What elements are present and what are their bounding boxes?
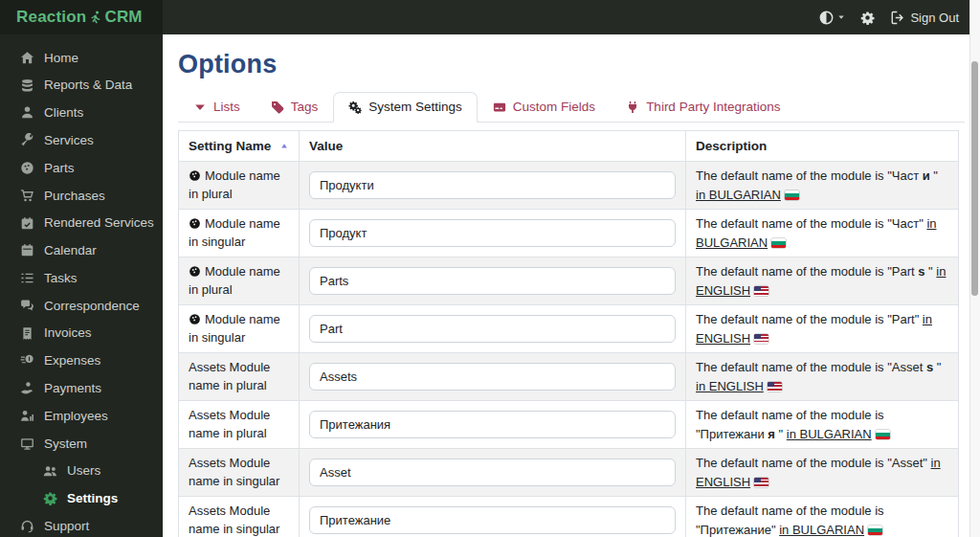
sidebar-item-expenses[interactable]: Expenses — [0, 347, 163, 375]
tab-lists[interactable]: Lists — [178, 92, 256, 123]
sign-out-button[interactable]: Sign Out — [890, 11, 959, 25]
tab-tags[interactable]: Tags — [256, 92, 334, 123]
gear-icon — [42, 491, 57, 505]
us-flag-icon — [768, 382, 782, 392]
bg-flag-icon — [876, 430, 890, 439]
monitor-icon — [19, 436, 34, 451]
parts-module-icon — [189, 216, 205, 231]
chevron-down-icon — [837, 13, 845, 21]
setting-name: Assets Module name in plural — [189, 360, 270, 392]
sidebar-item-label: Parts — [44, 162, 75, 175]
brand-block[interactable]: Reaction CRM — [0, 0, 163, 34]
table-row: Assets Module name in plural The default… — [179, 353, 959, 401]
sidebar-item-users[interactable]: Users — [0, 458, 163, 485]
column-header-description[interactable]: Description — [686, 131, 959, 162]
language-link[interactable]: in BULGARIAN — [787, 427, 890, 441]
sidebar-item-home[interactable]: Home — [0, 44, 163, 72]
gears-icon — [348, 101, 362, 114]
us-flag-icon — [754, 478, 768, 487]
language-link[interactable]: in BULGARIAN — [696, 188, 799, 202]
table-header-row: Setting Name Value Description — [179, 131, 959, 162]
setting-description: The default name of the module is "Part"… — [686, 305, 959, 353]
sign-out-label: Sign Out — [910, 11, 959, 25]
sort-ascending-icon — [279, 142, 289, 151]
brand-logo: Reaction CRM — [16, 8, 143, 27]
sidebar-item-correspondence[interactable]: Correspondence — [0, 292, 163, 320]
tasks-icon — [19, 271, 34, 285]
table-row: Module name in singular The default name… — [179, 210, 959, 257]
sidebar-item-label: System — [44, 437, 87, 451]
scrollbar-thumb[interactable] — [971, 61, 978, 296]
sidebar-item-calendar[interactable]: Calendar — [0, 236, 163, 264]
headset-icon — [19, 519, 34, 533]
sidebar-item-reports-data[interactable]: Reports & Data — [0, 72, 163, 100]
setting-value-input[interactable] — [309, 171, 676, 199]
topbar-settings-button[interactable] — [860, 11, 875, 25]
sidebar-item-label: Reports & Data — [44, 78, 132, 92]
table-row: Module name in singular The default name… — [179, 305, 959, 353]
setting-value-input[interactable] — [309, 267, 676, 295]
language-link[interactable]: in ENGLISH — [696, 379, 782, 393]
sidebar-item-parts[interactable]: Parts — [0, 154, 163, 182]
topbar-right: Sign Out — [819, 11, 980, 25]
plug-icon — [626, 101, 639, 114]
bg-flag-icon — [771, 238, 786, 248]
parts-module-icon — [189, 312, 205, 326]
sidebar-item-system[interactable]: System — [0, 430, 163, 458]
setting-description: The default name of the module is "Прите… — [686, 401, 959, 449]
cart-icon — [19, 189, 34, 203]
setting-value-input[interactable] — [309, 506, 676, 534]
tag-icon — [271, 101, 284, 114]
vertical-scrollbar[interactable] — [969, 0, 980, 537]
brand-crm: CRM — [104, 8, 142, 27]
setting-value-input[interactable] — [309, 411, 676, 438]
sidebar-item-label: Home — [44, 52, 78, 65]
tab-third-party-integrations[interactable]: Third Party Integrations — [611, 92, 795, 123]
tab-label: Custom Fields — [513, 100, 595, 114]
hand-coin-icon — [19, 381, 34, 395]
settings-table: Setting Name Value Description Module na… — [178, 130, 959, 537]
setting-value-input[interactable] — [309, 363, 676, 391]
table-row: Module name in plural The default name o… — [179, 162, 959, 210]
tab-custom-fields[interactable]: Custom Fields — [478, 92, 611, 123]
setting-name: Assets Module name in singular — [189, 503, 279, 535]
bg-flag-icon — [868, 526, 882, 535]
sidebar-item-label: Support — [44, 520, 89, 533]
sidebar-item-payments[interactable]: Payments — [0, 374, 163, 402]
setting-value-input[interactable] — [309, 459, 676, 486]
sidebar-item-tasks[interactable]: Tasks — [0, 264, 163, 292]
setting-description: The default name of the module is "Part … — [686, 257, 959, 305]
card-icon — [493, 101, 506, 114]
sidebar-item-support[interactable]: Support — [0, 512, 163, 537]
tab-label: Third Party Integrations — [646, 100, 780, 114]
sidebar-item-services[interactable]: Services — [0, 126, 163, 154]
sidebar-item-label: Expenses — [44, 354, 100, 368]
sidebar-item-label: Settings — [67, 492, 118, 505]
sidebar-item-label: Invoices — [44, 326, 92, 340]
cal-check-icon — [19, 216, 34, 231]
sidebar-item-purchases[interactable]: Purchases — [0, 182, 163, 210]
db-icon — [19, 78, 34, 93]
setting-value-input[interactable] — [309, 315, 676, 343]
sidebar-item-settings[interactable]: Settings — [0, 485, 163, 513]
sidebar-item-invoices[interactable]: Invoices — [0, 320, 163, 347]
setting-value-input[interactable] — [309, 219, 676, 247]
chat-icon — [19, 299, 34, 313]
column-header-setting-name[interactable]: Setting Name — [179, 131, 300, 162]
sidebar-item-label: Calendar — [44, 244, 97, 257]
main-content: Options Lists Tags System Settings Custo… — [163, 34, 980, 537]
language-link[interactable]: in BULGARIAN — [779, 523, 882, 537]
home-icon — [19, 51, 34, 65]
cal-icon — [19, 243, 34, 257]
sidebar-item-clients[interactable]: Clients — [0, 100, 163, 127]
parts-module-icon — [189, 168, 205, 183]
contrast-toggle-button[interactable] — [819, 11, 845, 25]
tab-system-settings[interactable]: System Settings — [333, 92, 478, 123]
column-header-value[interactable]: Value — [300, 131, 686, 162]
sidebar-item-employees[interactable]: Employees — [0, 402, 163, 430]
page-title: Options — [178, 50, 965, 79]
ball-icon — [19, 161, 34, 175]
topbar: Reaction CRM Sign Out — [0, 0, 980, 34]
sidebar-item-rendered-services[interactable]: Rendered Services — [0, 210, 163, 237]
setting-description: The default name of the module is "Asset… — [686, 353, 959, 401]
